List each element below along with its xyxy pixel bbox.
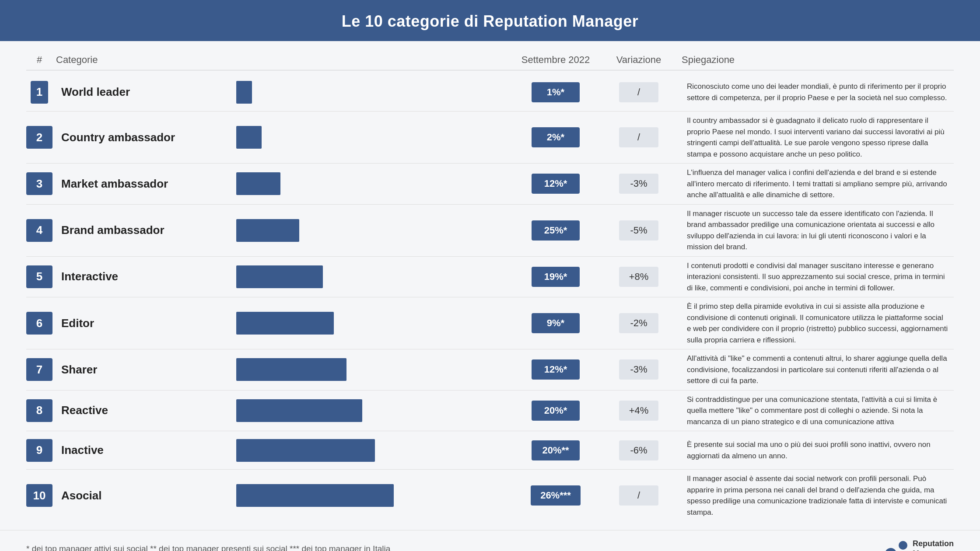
num-cell: 5 [26, 265, 52, 288]
rows-container: 1 World leader 1%* / Riconosciuto come u… [26, 73, 954, 521]
table-row: 3 Market ambassador 12%* -3% L'influenza… [26, 164, 954, 205]
var-badge: -5% [619, 220, 658, 241]
bar-wrapper [236, 126, 512, 149]
pct-badge: 12%* [532, 359, 580, 380]
logo-dot-2 [899, 541, 907, 550]
table-row: 4 Brand ambassador 25%* -5% Il manager r… [26, 205, 954, 257]
var-cell: -5% [599, 220, 678, 241]
spieg-cell: All'attività di "like" e commenti a cont… [678, 353, 954, 387]
bar-wrapper [236, 172, 512, 195]
col-bar [236, 54, 512, 66]
num-badge: 10 [26, 484, 52, 507]
var-cell: / [599, 127, 678, 147]
num-badge: 3 [26, 172, 52, 195]
pct-badge: 1%* [532, 82, 580, 102]
spieg-cell: Riconosciuto come uno dei leader mondial… [678, 81, 954, 103]
col-hash: # [26, 54, 52, 66]
var-badge: / [619, 485, 658, 506]
pct-badge: 19%* [532, 267, 580, 287]
category-name: Editor [52, 317, 236, 330]
num-badge: 7 [26, 358, 52, 381]
bar-wrapper [236, 484, 512, 507]
var-badge: / [619, 82, 658, 102]
num-badge: 1 [31, 81, 48, 104]
category-name: Sharer [52, 363, 236, 377]
bar [236, 81, 252, 104]
column-headers: # Categorie Settembre 2022 Variazione Sp… [26, 54, 954, 70]
spieg-cell: Si contraddistingue per una comunicazion… [678, 394, 954, 428]
pct-cell: 12%* [512, 174, 599, 194]
pct-cell: 25%* [512, 220, 599, 241]
category-name: Country ambassador [52, 131, 236, 144]
num-badge: 2 [26, 126, 52, 149]
num-badge: 4 [26, 219, 52, 242]
logo-text: Reputation Manager [913, 539, 954, 551]
var-cell: +8% [599, 267, 678, 287]
num-cell: 4 [26, 219, 52, 242]
num-cell: 6 [26, 312, 52, 335]
var-badge: +8% [619, 267, 658, 287]
pct-cell: 20%* [512, 401, 599, 421]
bar [236, 172, 280, 195]
bar [236, 265, 323, 288]
num-cell: 7 [26, 358, 52, 381]
bar [236, 312, 334, 335]
var-cell: / [599, 485, 678, 506]
table-row: 6 Editor 9%* -2% È il primo step della p… [26, 297, 954, 349]
num-badge: 5 [26, 265, 52, 288]
spieg-cell: L'influenza del manager valica i confini… [678, 167, 954, 201]
bar [236, 358, 346, 381]
var-cell: +4% [599, 401, 678, 421]
bar-wrapper [236, 439, 512, 462]
table-row: 7 Sharer 12%* -3% All'attività di "like"… [26, 349, 954, 391]
pct-cell: 9%* [512, 313, 599, 333]
var-badge: / [619, 127, 658, 147]
num-badge: 9 [26, 439, 52, 462]
bar-wrapper [236, 219, 512, 242]
bar-wrapper [236, 358, 512, 381]
pct-cell: 2%* [512, 127, 599, 147]
pct-cell: 19%* [512, 267, 599, 287]
pct-badge: 2%* [532, 127, 580, 147]
footer-note: * dei top manager attivi sui social ** d… [26, 544, 390, 551]
category-name: Reactive [52, 404, 236, 417]
num-badge: 6 [26, 312, 52, 335]
var-badge: -3% [619, 174, 658, 194]
footer: * dei top manager attivi sui social ** d… [0, 530, 980, 551]
logo-dot-1 [885, 548, 896, 551]
category-name: World leader [52, 85, 236, 99]
bar [236, 439, 375, 462]
col-settembre: Settembre 2022 [512, 54, 599, 66]
num-cell: 2 [26, 126, 52, 149]
num-cell: 10 [26, 484, 52, 507]
category-name: Market ambassador [52, 177, 236, 191]
var-badge: -3% [619, 359, 658, 380]
spieg-cell: Il manager asocial è assente dai social … [678, 473, 954, 518]
bar [236, 126, 262, 149]
pct-cell: 1%* [512, 82, 599, 102]
spieg-cell: Il country ambassador si è guadagnato il… [678, 115, 954, 160]
pct-cell: 12%* [512, 359, 599, 380]
table-row: 1 World leader 1%* / Riconosciuto come u… [26, 73, 954, 112]
var-cell: / [599, 82, 678, 102]
var-badge: -2% [619, 313, 658, 333]
table-row: 5 Interactive 19%* +8% I contenuti prodo… [26, 257, 954, 298]
col-categorie: Categorie [52, 54, 236, 66]
var-badge: -6% [619, 440, 658, 460]
category-name: Asocial [52, 489, 236, 502]
footer-logo: Reputation Manager [885, 538, 954, 551]
spieg-cell: È il primo step della piramide evolutiva… [678, 301, 954, 345]
page-title: Le 10 categorie di Reputation Manager [342, 12, 639, 30]
bar [236, 484, 394, 507]
col-spiegazione: Spiegazione [678, 54, 954, 66]
pct-badge: 9%* [532, 313, 580, 333]
bar-wrapper [236, 399, 512, 422]
num-cell: 9 [26, 439, 52, 462]
bar [236, 399, 362, 422]
var-badge: +4% [619, 401, 658, 421]
table-row: 10 Asocial 26%*** / Il manager asocial è… [26, 470, 954, 521]
num-cell: 8 [26, 399, 52, 422]
bar [236, 219, 299, 242]
page-header: Le 10 categorie di Reputation Manager [0, 0, 980, 41]
spieg-cell: I contenuti prodotti e condivisi dal man… [678, 260, 954, 294]
